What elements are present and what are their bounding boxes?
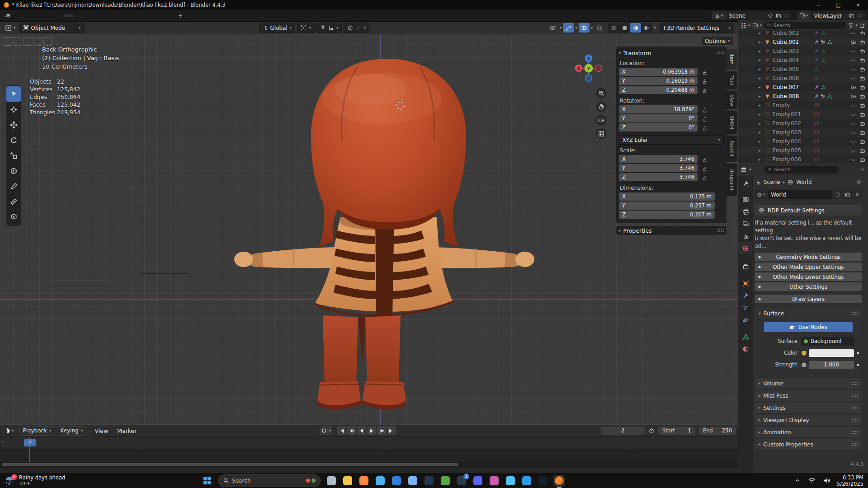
render-settings-dropdown[interactable]: F3D Render Settings ▾	[660, 23, 734, 33]
camera-render-icon[interactable]	[859, 130, 865, 136]
tray-chevron-icon[interactable]	[795, 478, 800, 483]
chrome-app-icon[interactable]	[407, 475, 419, 487]
visibility-eye-icon[interactable]	[850, 75, 856, 81]
object-name[interactable]: Empty.003	[773, 129, 802, 136]
tweak-select-tool-button[interactable]	[6, 86, 21, 102]
transform-panel-header[interactable]: ▾ Transform	[619, 48, 724, 57]
world-properties-tab[interactable]	[739, 242, 752, 254]
npanel-tab[interactable]: SM64	[726, 111, 737, 134]
visibility-eye-icon[interactable]	[850, 121, 856, 127]
camera-render-icon[interactable]	[859, 148, 865, 154]
volume-icon[interactable]	[823, 478, 830, 483]
file-explorer-app-icon[interactable]	[342, 475, 354, 487]
lock-open-icon[interactable]	[702, 107, 708, 113]
drag-grip-icon[interactable]	[851, 418, 858, 422]
disclosure-icon[interactable]: ▸	[759, 131, 761, 135]
annotate-tool-button[interactable]	[6, 178, 21, 194]
drag-grip-icon[interactable]	[717, 229, 724, 232]
zoom-icon[interactable]	[596, 88, 607, 99]
remove-icon[interactable]	[857, 13, 862, 19]
camera-render-icon[interactable]	[859, 94, 865, 99]
properties-collapsed-panel[interactable]: ▸ Properties	[616, 226, 726, 235]
visibility-eye-icon[interactable]	[850, 112, 856, 117]
workspace-tab[interactable]	[123, 14, 133, 17]
minecraft-app-icon[interactable]	[439, 475, 451, 487]
workspace-tab[interactable]	[133, 14, 143, 17]
lock-open-icon[interactable]	[702, 79, 708, 84]
timeline-marker-menu[interactable]: Marker	[113, 427, 141, 434]
rdp-settings-panel[interactable]: RDP Default Settings	[755, 205, 862, 216]
camera-render-icon[interactable]	[859, 139, 865, 145]
animate-dot-icon[interactable]	[857, 352, 859, 354]
transform-field[interactable]: Z0°	[619, 123, 698, 131]
collapsed-panel[interactable]: ▸Volume	[755, 378, 862, 389]
keying-menu[interactable]: Keying▾	[57, 426, 87, 436]
scene-name[interactable]: Scene	[726, 13, 750, 19]
collapsed-panel[interactable]: ▸Mist Pass	[755, 390, 862, 401]
viewlayer-name[interactable]: ViewLayer	[811, 13, 846, 19]
camera-render-icon[interactable]	[859, 157, 865, 163]
disclosure-icon[interactable]: ▸	[759, 67, 761, 71]
object-name[interactable]: Empty.001	[773, 111, 802, 117]
object-name[interactable]: Cube.008	[773, 93, 799, 99]
workspace-tab[interactable]	[153, 14, 163, 17]
pin-icon[interactable]	[856, 179, 862, 185]
measure-tool-button[interactable]	[6, 194, 21, 209]
drag-grip-icon[interactable]	[717, 51, 724, 55]
scale-tool-button[interactable]	[6, 148, 21, 163]
workspace-tab[interactable]	[113, 14, 123, 17]
object-name[interactable]: Cube.002	[773, 39, 799, 45]
ortho-grid-icon[interactable]	[596, 128, 607, 139]
disclosure-icon[interactable]: ▸	[759, 40, 761, 44]
next-keyframe-button[interactable]	[377, 426, 386, 435]
outliner-row[interactable]: ▸ Cube.003	[738, 47, 868, 56]
outliner-row[interactable]: ▸ Cube.004	[738, 56, 868, 65]
render-properties-tab[interactable]	[739, 193, 752, 205]
editor-type-icon[interactable]	[741, 23, 746, 28]
add-workspace-button[interactable]: +	[173, 11, 188, 20]
outliner-row[interactable]: ▸ Empty.006	[738, 155, 868, 163]
camera-render-icon[interactable]	[859, 84, 865, 90]
npanel-tab[interactable]: Ucupaint	[726, 164, 737, 196]
timeline-tracks[interactable]	[0, 449, 738, 462]
surface-panel-header[interactable]: ▾ Surface	[755, 309, 862, 319]
camera-view-icon[interactable]	[596, 115, 607, 126]
options-dropdown[interactable]: Options ▾	[702, 37, 733, 45]
taskbar-search-input[interactable]: Search	[218, 474, 321, 487]
animate-dot-icon[interactable]	[857, 364, 859, 366]
settings-mode-button[interactable]: ▶Other Mode Upper Settings	[755, 263, 862, 271]
shading-solid-icon[interactable]	[619, 23, 630, 33]
visibility-eye-icon[interactable]	[850, 139, 856, 145]
jump-to-end-button[interactable]	[387, 426, 396, 435]
wifi-icon[interactable]	[808, 478, 815, 483]
lock-open-icon[interactable]	[702, 88, 708, 94]
object-name[interactable]: Empty.002	[773, 120, 802, 127]
outliner-row[interactable]: ▸ Cube.002	[738, 38, 868, 47]
physics-properties-tab[interactable]	[739, 314, 752, 326]
object-name[interactable]: Cube.007	[773, 84, 799, 90]
disclosure-icon[interactable]: ▸	[759, 94, 761, 99]
camera-render-icon[interactable]	[859, 30, 865, 36]
transform-field[interactable]: X18.879°	[619, 105, 698, 113]
disclosure-icon[interactable]: ▸	[759, 31, 761, 35]
weather-widget[interactable]: 6 Rainy days ahead 70°F	[5, 474, 65, 487]
object-properties-tab[interactable]	[739, 277, 752, 289]
filter-icon[interactable]	[848, 23, 854, 28]
settings-mode-button[interactable]: ▶Other Mode Lower Settings	[755, 272, 862, 281]
breadcrumb-scene[interactable]: Scene	[764, 179, 780, 185]
gizmos-toggle[interactable]	[563, 23, 574, 33]
shading-rendered-icon[interactable]	[641, 23, 652, 33]
start-button[interactable]	[201, 475, 213, 487]
transform-field[interactable]: Y-0.16019 m	[619, 77, 698, 85]
drag-grip-icon[interactable]	[851, 394, 858, 398]
visibility-eye-icon[interactable]	[850, 30, 856, 36]
visibility-eye-icon[interactable]	[850, 66, 856, 72]
transform-field[interactable]: Y3.746	[619, 164, 698, 172]
scene-browse-icon[interactable]: ▾	[712, 11, 726, 20]
navigation-gizmo[interactable]: Z X Y	[574, 54, 603, 83]
disclosure-icon[interactable]: ▸	[759, 58, 761, 62]
shading-material-icon[interactable]	[630, 23, 641, 33]
maximize-button[interactable]: ▢	[828, 0, 848, 10]
rotate-tool-button[interactable]	[6, 132, 21, 148]
select-intersect-icon[interactable]	[43, 37, 52, 46]
